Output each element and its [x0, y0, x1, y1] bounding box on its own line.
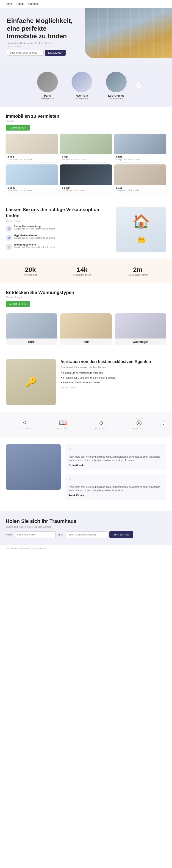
property-image-6 [114, 164, 166, 185]
city-la[interactable]: Los Angeles 34 Eigentum [99, 69, 134, 102]
cta-submit-button[interactable]: EINREICHEN [109, 531, 133, 538]
nav-about[interactable]: About [17, 2, 24, 5]
logos-next-arrow[interactable]: › [160, 422, 166, 427]
rentals-section: Immobilien zu vermieten Bild von MEHR SE… [0, 107, 172, 200]
testimonial-2: " Proin libero sem lorem sed faucibus tu… [65, 474, 166, 500]
city-newyork-image [71, 72, 92, 92]
testimonial-1-text: Proin libero sem lorem sed faucibus turp… [68, 455, 163, 462]
property-card-1[interactable]: $ 230 Sample text: click to select [6, 134, 58, 162]
city-paris[interactable]: Paris 10 Eigentum [30, 69, 65, 102]
property-card-2[interactable]: $ 330 Sample text: click to select [60, 134, 112, 162]
trust-left: 🔑 [6, 359, 56, 405]
testimonials-image-block [6, 444, 61, 504]
property-image-1 [6, 134, 58, 154]
stat-2-number: 14k [74, 266, 91, 274]
property-card-5[interactable]: $ 1450 Sample text: click to select [60, 164, 112, 193]
property-image-2 [60, 134, 112, 154]
house-hand-icon: 🏠🤲 [133, 213, 150, 246]
cta-email-label: Email [58, 533, 63, 536]
logos-section: ○ CONTACT 📖 CONTACT ◇ CONTACT ◎ CONTACT … [0, 412, 172, 437]
sell-feature-1-text: Immobilienverwaltung Sample text. Click … [14, 225, 55, 230]
property-card-4[interactable]: $ 2500 Sample text: click to select [6, 164, 58, 193]
footer: Sample text. Click to select the Text El… [0, 545, 172, 552]
stat-2-label: Eigentum bereit [74, 274, 91, 276]
logo-4-text: CONTACT [133, 428, 145, 430]
sell-right: 🏠🤲 [116, 207, 166, 252]
nav-contact[interactable]: Contact [28, 2, 38, 5]
property-price-4: $ 2500 [7, 186, 56, 189]
hero-sample-text: Sample text. Click to select the Text El… [7, 42, 165, 44]
property-image-4 [6, 164, 58, 185]
types-more-button[interactable]: MEHR SEHEN [6, 301, 30, 307]
type-wohnung-image [115, 313, 166, 339]
sell-icon-3: 🏠 [6, 244, 12, 250]
city-newyork-count: 40 Eigentum [71, 97, 92, 100]
property-info-4: $ 2500 Sample text: click to select [6, 185, 58, 193]
property-image-3 [114, 134, 166, 154]
property-price-5: $ 1450 [62, 186, 110, 189]
property-info-3: $ 330 Sample text: click to select [114, 154, 166, 162]
cities-next-arrow[interactable]: › [136, 83, 142, 89]
testimonials-section: " Proin libero sem lorem sed faucibus tu… [0, 437, 172, 512]
hero-email-row: EINREICHEN [7, 50, 165, 56]
city-newyork[interactable]: New York 40 Eigentum [65, 69, 99, 102]
cta-name-input[interactable] [14, 531, 56, 538]
type-haus-label: Haus [60, 339, 112, 345]
sell-feature-2: ⚙️ Hypothekendienste Sample text. Click … [6, 234, 111, 241]
rentals-more-button[interactable]: MEHR SEHEN [6, 125, 30, 130]
property-card-6[interactable]: $ 150 Sample text: click to select [114, 164, 166, 193]
logo-3[interactable]: ◇ CONTACT [82, 416, 120, 433]
logo-4-icon: ◎ [122, 418, 156, 426]
rentals-bild: Bild von [6, 120, 166, 122]
logo-1[interactable]: ○ CONTACT [6, 416, 44, 432]
property-price-2: $ 330 [62, 156, 110, 158]
cta-section: Holen Sie sich Ihr Traumhaus Sample text… [0, 512, 172, 545]
property-sample-5: Sample text: click to select [62, 189, 110, 191]
hero-text-block: Einfache Möglichkeit, eine perfekte Immo… [7, 17, 165, 56]
testimonials-image [6, 444, 61, 490]
type-haus-image [60, 313, 112, 339]
type-haus[interactable]: Haus [60, 313, 112, 345]
property-card-3[interactable]: $ 330 Sample text: click to select [114, 134, 166, 162]
property-info-5: $ 1450 Sample text: click to select [60, 185, 112, 193]
sell-feature-1: 🏢 Immobilienverwaltung Sample text. Clic… [6, 225, 111, 232]
types-section: Entdecken Sie Wohnungstypen Bild von Fre… [0, 283, 172, 352]
logo-1-icon: ○ [8, 418, 41, 426]
trust-bullet-1: Finden Sie hervorragende Angebote [61, 371, 166, 375]
footer-text: Sample text. Click to select the Text El… [6, 547, 166, 550]
property-price-1: $ 230 [7, 156, 56, 158]
city-newyork-name: New York [71, 94, 92, 97]
sell-section: Lassen Sie uns die richtige Verkaufsopti… [0, 200, 172, 259]
hero-submit-button[interactable]: EINREICHEN [45, 50, 65, 56]
property-sample-4: Sample text: click to select [7, 189, 56, 191]
trust-bullet-3: Inserieren Sie Ihr eigenes Objekt [61, 381, 166, 384]
testimonial-2-text: Proin libero sem lorem sed faucibus turp… [68, 485, 163, 492]
trust-image: 🔑 [6, 359, 56, 405]
sell-feature-3-body: Sample text. Click to select the Text El… [14, 246, 55, 248]
cta-email-input[interactable] [66, 531, 107, 538]
type-wohnung[interactable]: Wohnungen [115, 313, 166, 345]
type-bureau-label: Büro [6, 339, 57, 345]
cta-title: Holen Sie sich Ihr Traumhaus [6, 518, 166, 524]
trust-title: Vertrauen von den besten exklusiven Agen… [61, 359, 166, 364]
hero-email-input[interactable] [7, 50, 44, 56]
hero-title: Einfache Möglichkeit, eine perfekte Immo… [7, 17, 76, 40]
quote-icon-1: " [68, 447, 163, 454]
sell-bild: Bild von Freepik [6, 220, 111, 222]
nav-home[interactable]: Home [5, 2, 12, 5]
cities-row: Paris 10 Eigentum New York 40 Eigentum L… [5, 69, 167, 102]
sell-feature-2-title: Hypothekendienste [14, 234, 55, 237]
property-grid: $ 230 Sample text: click to select $ 330… [6, 134, 166, 193]
property-price-6: $ 150 [116, 186, 165, 189]
trust-bullet-2: Freundlicher Gastgeber und schneller Sup… [61, 376, 166, 379]
logo-2[interactable]: 📖 CONTACT [44, 416, 82, 433]
cta-sample-text: Sample text. Click to select the Text El… [6, 526, 166, 528]
trust-sample-text: Sample text. Click to select the Text El… [61, 366, 166, 369]
type-wohnung-label: Wohnungen [115, 339, 166, 345]
property-info-6: $ 150 Sample text: click to select [114, 185, 166, 193]
logo-4[interactable]: ◎ CONTACT [120, 416, 158, 433]
stat-3: 2m Glücklicher Kunde [127, 266, 148, 276]
stats-section: 20k Preisgekürt 14k Eigentum bereit 2m G… [0, 259, 172, 283]
city-paris-image [37, 72, 58, 92]
type-bureau[interactable]: Büro [6, 313, 57, 345]
